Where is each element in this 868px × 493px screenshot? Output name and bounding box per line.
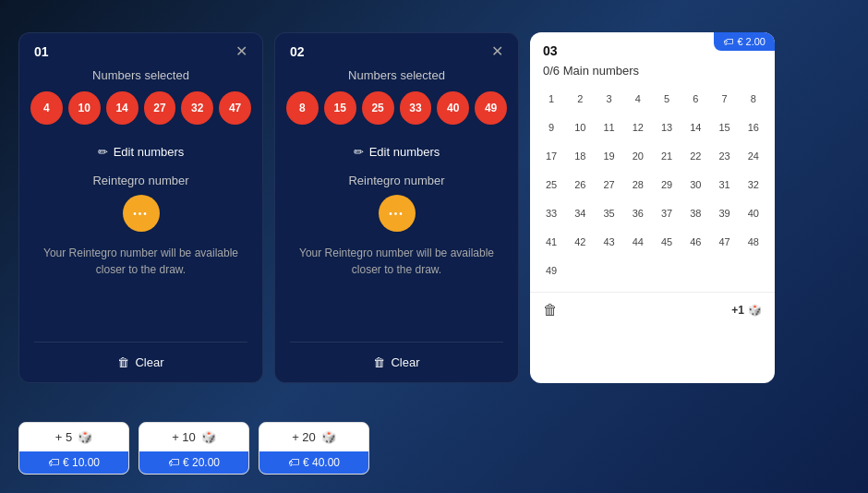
card-02-clear-label: Clear xyxy=(391,355,419,369)
grid-cell-13[interactable]: 13 xyxy=(654,114,680,140)
quick-add-card-5[interactable]: + 5 🎲 🏷 € 10.00 xyxy=(18,422,129,475)
grid-cell-3[interactable]: 3 xyxy=(597,86,622,112)
grid-cell-28[interactable]: 28 xyxy=(625,172,651,198)
grid-cell-41[interactable]: 41 xyxy=(538,229,564,255)
number-ball-8[interactable]: 8 xyxy=(286,91,319,125)
dots-icon-02: ••• xyxy=(389,209,404,219)
grid-cell-47[interactable]: 47 xyxy=(712,229,738,255)
card-01-edit-label: Edit numbers xyxy=(114,145,185,159)
grid-cell-7[interactable]: 7 xyxy=(712,86,738,112)
card-02-edit-numbers-button[interactable]: ✏ Edit numbers xyxy=(275,139,518,164)
grid-cell-34[interactable]: 34 xyxy=(567,200,593,226)
grid-cell-37[interactable]: 37 xyxy=(654,200,680,226)
grid-cell-14[interactable]: 14 xyxy=(682,114,708,140)
grid-trash-button[interactable]: 🗑 xyxy=(543,302,558,319)
grid-cell-9[interactable]: 9 xyxy=(538,114,564,140)
grid-cell-32[interactable]: 32 xyxy=(741,172,766,198)
number-ball-15[interactable]: 15 xyxy=(324,91,356,125)
card-01-header: 01 ✕ xyxy=(19,33,262,66)
grid-cell-8[interactable]: 8 xyxy=(741,86,766,112)
number-grid: 1234567891011121314151617181920212223242… xyxy=(530,85,775,292)
dice-icon: 🎲 xyxy=(748,304,762,317)
number-ball-32[interactable]: 32 xyxy=(181,91,213,125)
grid-cell-35[interactable]: 35 xyxy=(597,200,622,226)
card-01-reintegro-label: Reintegro number xyxy=(19,164,262,195)
card-01-number: 01 xyxy=(34,44,49,59)
grid-cell-43[interactable]: 43 xyxy=(597,229,622,255)
grid-cell-15[interactable]: 15 xyxy=(712,114,738,140)
grid-random-label: +1 xyxy=(731,304,744,317)
number-ball-33[interactable]: 33 xyxy=(400,91,432,125)
card-01-edit-numbers-button[interactable]: ✏ Edit numbers xyxy=(19,139,262,164)
grid-cell-30[interactable]: 30 xyxy=(682,172,708,198)
grid-subtitle: 0/6 Main numbers xyxy=(530,62,775,85)
grid-cell-38[interactable]: 38 xyxy=(682,200,708,226)
grid-cell-11[interactable]: 11 xyxy=(597,114,622,140)
grid-cell-22[interactable]: 22 xyxy=(682,143,708,169)
main-container: 01 ✕ Numbers selected 4 10 14 27 32 47 ✏… xyxy=(0,0,868,493)
grid-cell-46[interactable]: 46 xyxy=(682,229,708,255)
quick-add-5-label: + 5 xyxy=(55,430,72,444)
number-ball-49[interactable]: 49 xyxy=(475,91,507,125)
number-ball-10[interactable]: 10 xyxy=(68,91,101,125)
tag-icon-5: 🏷 xyxy=(48,456,59,469)
grid-cell-20[interactable]: 20 xyxy=(625,143,651,169)
grid-cell-42[interactable]: 42 xyxy=(567,229,593,255)
card-01-reintegro-ball: ••• xyxy=(123,195,160,232)
grid-badge-price: € 2.00 xyxy=(737,36,766,47)
card-01-section-title: Numbers selected xyxy=(19,66,262,91)
grid-cell-39[interactable]: 39 xyxy=(712,200,738,226)
grid-cell-25[interactable]: 25 xyxy=(538,172,564,198)
grid-cell-31[interactable]: 31 xyxy=(712,172,738,198)
grid-cell-1[interactable]: 1 xyxy=(538,86,564,112)
grid-cell-21[interactable]: 21 xyxy=(654,143,680,169)
number-ball-47[interactable]: 47 xyxy=(219,91,251,125)
card-02-clear-button[interactable]: 🗑 Clear xyxy=(275,343,518,382)
card-01-clear-button[interactable]: 🗑 Clear xyxy=(19,343,262,382)
grid-cell-26[interactable]: 26 xyxy=(567,172,593,198)
card-02-edit-label: Edit numbers xyxy=(369,145,440,159)
quick-add-20-top: + 20 🎲 xyxy=(259,423,368,451)
number-ball-4[interactable]: 4 xyxy=(30,91,63,125)
grid-cell-29[interactable]: 29 xyxy=(654,172,680,198)
number-ball-40[interactable]: 40 xyxy=(437,91,469,125)
grid-cell-5[interactable]: 5 xyxy=(654,86,680,112)
grid-cell-16[interactable]: 16 xyxy=(741,114,766,140)
grid-footer: 🗑 +1 🎲 xyxy=(530,292,775,328)
grid-cell-24[interactable]: 24 xyxy=(741,143,766,169)
card-01-close-button[interactable]: ✕ xyxy=(235,44,247,59)
trash-icon-01: 🗑 xyxy=(117,355,129,369)
grid-cell-44[interactable]: 44 xyxy=(625,229,651,255)
grid-cell-10[interactable]: 10 xyxy=(567,114,593,140)
grid-cell-18[interactable]: 18 xyxy=(567,143,593,169)
card-02-close-button[interactable]: ✕ xyxy=(491,44,503,59)
grid-cell-4[interactable]: 4 xyxy=(625,86,651,112)
edit-icon-02: ✏ xyxy=(354,145,364,159)
grid-cell-36[interactable]: 36 xyxy=(625,200,651,226)
quick-add-card-10[interactable]: + 10 🎲 🏷 € 20.00 xyxy=(139,422,249,475)
card-01-reintegro-info: Your Reintegro number will be available … xyxy=(19,245,262,293)
grid-cell-33[interactable]: 33 xyxy=(538,200,564,226)
number-ball-14[interactable]: 14 xyxy=(106,91,139,125)
grid-cell-17[interactable]: 17 xyxy=(538,143,564,169)
grid-cell-45[interactable]: 45 xyxy=(654,229,680,255)
number-ball-25[interactable]: 25 xyxy=(362,91,394,125)
tag-icon: 🏷 xyxy=(723,36,733,47)
edit-icon: ✏ xyxy=(98,145,108,159)
grid-cell-49[interactable]: 49 xyxy=(538,258,564,283)
grid-cell-6[interactable]: 6 xyxy=(682,86,708,112)
grid-cell-23[interactable]: 23 xyxy=(712,143,738,169)
lottery-card-01: 01 ✕ Numbers selected 4 10 14 27 32 47 ✏… xyxy=(18,32,263,383)
grid-cell-12[interactable]: 12 xyxy=(625,114,651,140)
quick-add-5-dice: 🎲 xyxy=(78,430,92,444)
grid-random-button[interactable]: +1 🎲 xyxy=(731,304,762,317)
grid-cell-27[interactable]: 27 xyxy=(597,172,622,198)
grid-cell-19[interactable]: 19 xyxy=(597,143,622,169)
grid-cell-40[interactable]: 40 xyxy=(741,200,766,226)
grid-cell-2[interactable]: 2 xyxy=(567,86,593,112)
quick-add-card-20[interactable]: + 20 🎲 🏷 € 40.00 xyxy=(259,422,369,475)
grid-cell-48[interactable]: 48 xyxy=(741,229,766,255)
number-ball-27[interactable]: 27 xyxy=(144,91,176,125)
trash-icon-02: 🗑 xyxy=(373,355,385,369)
quick-add-5-top: + 5 🎲 xyxy=(19,423,128,451)
